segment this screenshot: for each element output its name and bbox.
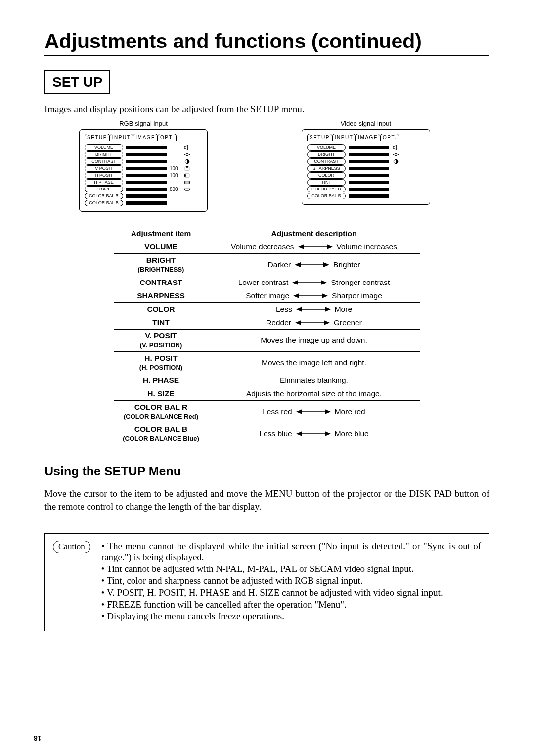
menu-row: COLOR	[307, 172, 425, 179]
menu-item-label: H PHASE	[85, 179, 123, 186]
menu-item-label: COLOR BAL B	[85, 200, 123, 206]
blank-icon	[392, 186, 399, 192]
table-row: VOLUMEVolume decreasesVolume increases	[114, 240, 420, 254]
svg-point-0	[186, 153, 188, 156]
bar-indicator	[349, 146, 389, 149]
adj-item: VOLUME	[114, 240, 208, 254]
caution-item: • Tint, color and sharpness cannot be ad…	[101, 575, 481, 586]
hsize-icon	[183, 186, 190, 192]
table-row: TINTRedderGreener	[114, 316, 420, 330]
adj-item: CONTRAST	[114, 276, 208, 289]
menu-row: H PHASE	[85, 179, 202, 186]
svg-marker-32	[296, 431, 302, 436]
bar-indicator	[126, 188, 167, 191]
sun-icon	[392, 151, 399, 157]
table-row: BRIGHT(BRIGHTNESS)DarkerBrighter	[114, 254, 420, 276]
menu-item-label: COLOR BAL B	[307, 193, 346, 199]
menu-item-label: V POSIT	[85, 165, 123, 172]
table-row: COLORLessMore	[114, 303, 420, 316]
table-row: CONTRASTLower contrastStronger contrast	[114, 276, 420, 289]
adj-item: COLOR	[114, 303, 208, 316]
svg-rect-7	[185, 188, 189, 190]
adj-desc: Eliminates blanking.	[208, 374, 420, 387]
bar-indicator	[126, 146, 167, 149]
blank-icon	[183, 193, 190, 199]
table-row: H. SIZEAdjusts the horizontal size of th…	[114, 387, 420, 401]
bar-indicator	[349, 174, 389, 177]
caution-label: Caution	[53, 541, 90, 553]
adj-item: BRIGHT(BRIGHTNESS)	[114, 254, 208, 276]
video-caption: Video signal input	[302, 120, 430, 127]
svg-marker-24	[325, 307, 331, 312]
menu-row: SHARPNESS	[307, 165, 425, 172]
blank-icon	[183, 200, 190, 206]
menu-row: COLOR BAL B	[307, 192, 425, 199]
adj-desc: Volume decreasesVolume increases	[208, 240, 420, 254]
menu-item-label: SHARPNESS	[307, 165, 346, 172]
adjustment-table: Adjustment item Adjustment description V…	[114, 227, 420, 445]
adj-desc: Adjusts the horizontal size of the image…	[208, 387, 420, 401]
menu-row: COLOR BAL R	[307, 186, 425, 192]
tab-input: INPUT	[332, 134, 356, 141]
table-header-desc: Adjustment description	[208, 227, 420, 240]
bar-indicator	[126, 160, 167, 163]
contrast-icon	[392, 158, 399, 164]
adj-desc: Less redMore red	[208, 401, 420, 423]
menu-row: TINT	[307, 179, 425, 186]
svg-marker-21	[322, 293, 328, 298]
menu-item-label: CONTRAST	[307, 158, 346, 165]
tab-image: IMAGE	[133, 134, 158, 141]
svg-marker-26	[295, 320, 301, 325]
table-row: COLOR BAL R(COLOR BALANCE Red)Less redMo…	[114, 401, 420, 423]
tab-opt: OPT.	[380, 134, 399, 141]
caution-box: Caution • The menu cannot be displayed w…	[44, 533, 490, 631]
table-row: SHARPNESSSofter imageSharper image	[114, 289, 420, 303]
phase-icon	[183, 179, 190, 185]
menu-illustrations: RGB signal input SETUP INPUT IMAGE OPT. …	[79, 120, 490, 212]
adj-desc: RedderGreener	[208, 316, 420, 330]
rgb-tabs: SETUP INPUT IMAGE OPT.	[85, 134, 202, 141]
menu-row: CONTRAST	[307, 158, 425, 165]
value-readout: 800	[170, 187, 180, 192]
value-readout: 100	[170, 173, 180, 178]
menu-row: BRIGHT	[307, 151, 425, 158]
menu-row: V POSIT100	[85, 165, 202, 172]
bar-indicator	[126, 153, 167, 156]
caution-list: • The menu cannot be displayed while the…	[101, 541, 481, 623]
menu-row: BRIGHT	[85, 151, 202, 158]
menu-item-label: BRIGHT	[307, 151, 346, 158]
adj-desc: Less blueMore blue	[208, 423, 420, 445]
adj-item: SHARPNESS	[114, 289, 208, 303]
tab-setup: SETUP	[307, 134, 332, 141]
adj-desc: LessMore	[208, 303, 420, 316]
svg-marker-12	[327, 244, 333, 249]
bar-indicator	[126, 174, 167, 177]
tab-image: IMAGE	[356, 134, 380, 141]
page-number: 18	[34, 734, 42, 742]
svg-rect-5	[184, 174, 185, 176]
tab-setup: SETUP	[85, 134, 110, 141]
table-header-item: Adjustment item	[114, 227, 208, 240]
blank-icon	[392, 179, 399, 185]
menu-row: CONTRAST	[85, 158, 202, 165]
menu-item-label: CONTRAST	[85, 158, 123, 165]
menu-row: COLOR BAL R	[85, 192, 202, 199]
video-tabs: SETUP INPUT IMAGE OPT.	[307, 134, 425, 141]
adj-desc: Moves the image left and right.	[208, 352, 420, 374]
menu-row: VOLUME	[307, 144, 425, 151]
rgb-caption: RGB signal input	[79, 120, 208, 127]
caution-item: • FREEZE function will be cancelled afte…	[101, 599, 481, 610]
bar-indicator	[349, 194, 389, 198]
svg-marker-18	[321, 280, 327, 285]
menu-row: COLOR BAL B	[85, 199, 202, 206]
adj-item: COLOR BAL B(COLOR BALANCE Blue)	[114, 423, 208, 445]
svg-marker-30	[325, 409, 331, 414]
svg-marker-23	[296, 307, 302, 312]
menu-item-label: COLOR	[307, 172, 346, 179]
using-heading: Using the SETUP Menu	[44, 464, 490, 478]
section-heading-setup: SET UP	[44, 70, 110, 94]
bar-indicator	[349, 188, 389, 191]
menu-row: VOLUME	[85, 144, 202, 151]
speaker-icon	[392, 144, 399, 150]
hpos-icon	[183, 172, 190, 178]
